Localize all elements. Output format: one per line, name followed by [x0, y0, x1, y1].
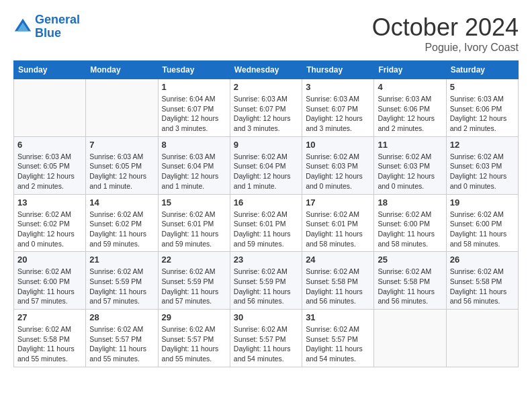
calendar-cell: 26Sunrise: 6:02 AM Sunset: 5:58 PM Dayli… — [446, 252, 518, 310]
day-number: 15 — [162, 197, 226, 208]
calendar-cell: 31Sunrise: 6:02 AM Sunset: 5:57 PM Dayli… — [302, 310, 374, 367]
day-number: 3 — [306, 82, 370, 92]
day-info: Sunrise: 6:02 AM Sunset: 5:59 PM Dayligh… — [234, 267, 298, 306]
logo-icon — [13, 17, 32, 36]
day-info: Sunrise: 6:02 AM Sunset: 6:02 PM Dayligh… — [17, 210, 82, 249]
weekday-header-saturday: Saturday — [446, 61, 518, 79]
day-info: Sunrise: 6:02 AM Sunset: 5:58 PM Dayligh… — [17, 324, 82, 364]
day-number: 29 — [162, 312, 226, 322]
day-number: 20 — [17, 255, 82, 265]
weekday-header-wednesday: Wednesday — [230, 61, 302, 79]
day-info: Sunrise: 6:02 AM Sunset: 5:57 PM Dayligh… — [234, 324, 298, 364]
title-area: October 2024 Poguie, Ivory Coast — [372, 13, 519, 54]
calendar-cell: 30Sunrise: 6:02 AM Sunset: 5:57 PM Dayli… — [230, 310, 302, 367]
day-info: Sunrise: 6:02 AM Sunset: 5:57 PM Dayligh… — [89, 324, 154, 364]
day-number: 6 — [17, 140, 82, 150]
day-number: 14 — [89, 197, 154, 208]
calendar-cell: 19Sunrise: 6:02 AM Sunset: 6:00 PM Dayli… — [446, 194, 518, 252]
day-number: 27 — [17, 312, 82, 322]
day-number: 11 — [378, 140, 442, 150]
day-info: Sunrise: 6:03 AM Sunset: 6:07 PM Dayligh… — [306, 94, 370, 134]
weekday-header-tuesday: Tuesday — [158, 61, 230, 79]
calendar-cell — [374, 310, 446, 367]
day-number: 25 — [378, 255, 442, 265]
calendar-cell: 23Sunrise: 6:02 AM Sunset: 5:59 PM Dayli… — [230, 252, 302, 310]
calendar-cell: 22Sunrise: 6:02 AM Sunset: 5:59 PM Dayli… — [158, 252, 230, 310]
weekday-header-thursday: Thursday — [302, 61, 374, 79]
calendar-cell: 1Sunrise: 6:04 AM Sunset: 6:07 PM Daylig… — [158, 79, 230, 137]
day-info: Sunrise: 6:02 AM Sunset: 6:02 PM Dayligh… — [89, 210, 154, 249]
day-info: Sunrise: 6:02 AM Sunset: 6:00 PM Dayligh… — [17, 267, 82, 306]
calendar-cell: 3Sunrise: 6:03 AM Sunset: 6:07 PM Daylig… — [302, 79, 374, 137]
day-info: Sunrise: 6:02 AM Sunset: 5:58 PM Dayligh… — [378, 267, 442, 306]
calendar-cell: 7Sunrise: 6:03 AM Sunset: 6:05 PM Daylig… — [86, 136, 158, 194]
day-info: Sunrise: 6:02 AM Sunset: 5:57 PM Dayligh… — [306, 324, 370, 364]
calendar-cell: 2Sunrise: 6:03 AM Sunset: 6:07 PM Daylig… — [230, 79, 302, 137]
calendar-cell: 6Sunrise: 6:03 AM Sunset: 6:05 PM Daylig… — [14, 136, 86, 194]
week-row-4: 20Sunrise: 6:02 AM Sunset: 6:00 PM Dayli… — [14, 252, 519, 310]
day-info: Sunrise: 6:02 AM Sunset: 5:57 PM Dayligh… — [162, 324, 226, 364]
calendar-cell: 16Sunrise: 6:02 AM Sunset: 6:01 PM Dayli… — [230, 194, 302, 252]
calendar-cell: 24Sunrise: 6:02 AM Sunset: 5:58 PM Dayli… — [302, 252, 374, 310]
logo-line2: Blue — [35, 27, 80, 40]
day-number: 12 — [450, 140, 515, 150]
calendar-cell — [446, 310, 518, 367]
location: Poguie, Ivory Coast — [372, 42, 519, 54]
day-info: Sunrise: 6:02 AM Sunset: 5:58 PM Dayligh… — [306, 267, 370, 306]
day-info: Sunrise: 6:02 AM Sunset: 5:58 PM Dayligh… — [450, 267, 515, 306]
calendar-cell: 10Sunrise: 6:02 AM Sunset: 6:03 PM Dayli… — [302, 136, 374, 194]
calendar-cell: 11Sunrise: 6:02 AM Sunset: 6:03 PM Dayli… — [374, 136, 446, 194]
weekday-header-monday: Monday — [86, 61, 158, 79]
day-info: Sunrise: 6:02 AM Sunset: 6:03 PM Dayligh… — [378, 152, 442, 191]
day-info: Sunrise: 6:04 AM Sunset: 6:07 PM Dayligh… — [162, 94, 226, 134]
week-row-3: 13Sunrise: 6:02 AM Sunset: 6:02 PM Dayli… — [14, 194, 519, 252]
day-number: 26 — [450, 255, 515, 265]
day-number: 9 — [234, 140, 298, 150]
day-info: Sunrise: 6:03 AM Sunset: 6:05 PM Dayligh… — [89, 152, 154, 191]
day-number: 31 — [306, 312, 370, 322]
day-number: 22 — [162, 255, 226, 265]
day-number: 30 — [234, 312, 298, 322]
day-info: Sunrise: 6:03 AM Sunset: 6:04 PM Dayligh… — [162, 152, 226, 191]
calendar-cell — [14, 79, 86, 137]
day-number: 23 — [234, 255, 298, 265]
logo-line1: General — [35, 13, 80, 26]
day-number: 10 — [306, 140, 370, 150]
day-info: Sunrise: 6:02 AM Sunset: 6:04 PM Dayligh… — [234, 152, 298, 191]
calendar-cell: 21Sunrise: 6:02 AM Sunset: 5:59 PM Dayli… — [86, 252, 158, 310]
calendar-cell: 28Sunrise: 6:02 AM Sunset: 5:57 PM Dayli… — [86, 310, 158, 367]
day-info: Sunrise: 6:02 AM Sunset: 6:01 PM Dayligh… — [162, 210, 226, 249]
calendar-cell: 12Sunrise: 6:02 AM Sunset: 6:03 PM Dayli… — [446, 136, 518, 194]
day-number: 13 — [17, 197, 82, 208]
day-number: 7 — [89, 140, 154, 150]
day-info: Sunrise: 6:03 AM Sunset: 6:05 PM Dayligh… — [17, 152, 82, 191]
day-info: Sunrise: 6:02 AM Sunset: 6:03 PM Dayligh… — [450, 152, 515, 191]
day-number: 1 — [162, 82, 226, 92]
header: General Blue October 2024 Poguie, Ivory … — [13, 13, 519, 54]
day-info: Sunrise: 6:03 AM Sunset: 6:07 PM Dayligh… — [234, 94, 298, 134]
calendar-cell: 29Sunrise: 6:02 AM Sunset: 5:57 PM Dayli… — [158, 310, 230, 367]
day-info: Sunrise: 6:02 AM Sunset: 6:01 PM Dayligh… — [306, 210, 370, 249]
day-info: Sunrise: 6:02 AM Sunset: 6:00 PM Dayligh… — [450, 210, 515, 249]
weekday-header-row: SundayMondayTuesdayWednesdayThursdayFrid… — [14, 61, 519, 79]
weekday-header-friday: Friday — [374, 61, 446, 79]
day-number: 18 — [378, 197, 442, 208]
day-number: 4 — [378, 82, 442, 92]
week-row-5: 27Sunrise: 6:02 AM Sunset: 5:58 PM Dayli… — [14, 310, 519, 367]
calendar-cell — [86, 79, 158, 137]
day-number: 8 — [162, 140, 226, 150]
calendar-cell: 5Sunrise: 6:03 AM Sunset: 6:06 PM Daylig… — [446, 79, 518, 137]
calendar-cell: 18Sunrise: 6:02 AM Sunset: 6:00 PM Dayli… — [374, 194, 446, 252]
day-number: 17 — [306, 197, 370, 208]
day-number: 16 — [234, 197, 298, 208]
day-number: 24 — [306, 255, 370, 265]
week-row-1: 1Sunrise: 6:04 AM Sunset: 6:07 PM Daylig… — [14, 79, 519, 137]
calendar-cell: 15Sunrise: 6:02 AM Sunset: 6:01 PM Dayli… — [158, 194, 230, 252]
day-info: Sunrise: 6:02 AM Sunset: 5:59 PM Dayligh… — [162, 267, 226, 306]
day-info: Sunrise: 6:02 AM Sunset: 6:00 PM Dayligh… — [378, 210, 442, 249]
calendar-cell: 14Sunrise: 6:02 AM Sunset: 6:02 PM Dayli… — [86, 194, 158, 252]
day-info: Sunrise: 6:02 AM Sunset: 6:03 PM Dayligh… — [306, 152, 370, 191]
day-number: 21 — [89, 255, 154, 265]
day-info: Sunrise: 6:02 AM Sunset: 5:59 PM Dayligh… — [89, 267, 154, 306]
day-number: 5 — [450, 82, 515, 92]
